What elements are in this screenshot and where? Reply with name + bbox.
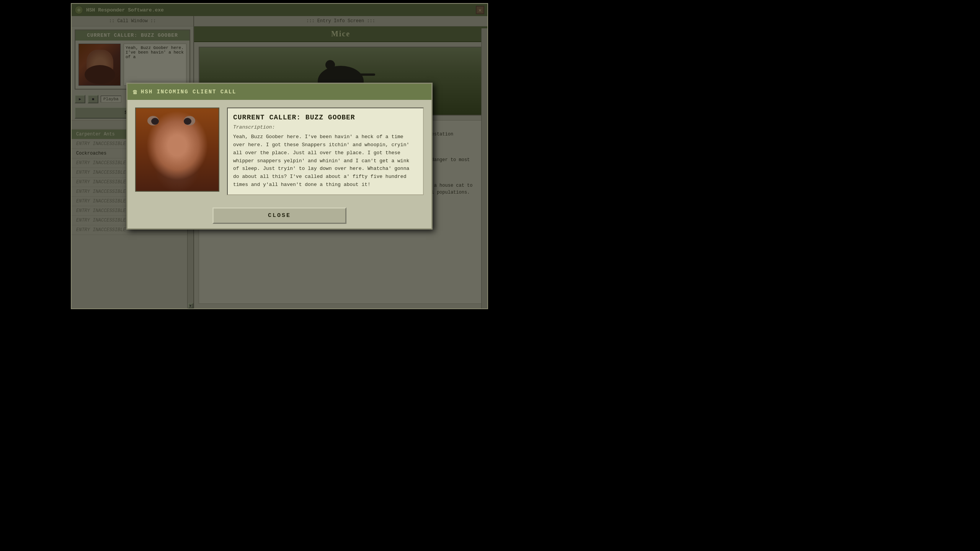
phone-icon: ☎ (133, 88, 137, 96)
app-window: ⊕ HSH Responder Software.exe ✕ :: Call W… (71, 3, 488, 309)
modal-photo-render (136, 108, 219, 191)
modal-footer: CLOSE (127, 203, 431, 228)
modal-text-area: CURRENT CALLER: BUZZ GOOBER Transcriptio… (227, 108, 424, 195)
modal-transcription-text: Yeah, Buzz Goober here. I've been havin'… (233, 133, 418, 189)
modal-title-bar: ☎ HSH INCOMING CLIENT CALL (127, 84, 431, 100)
modal-body: CURRENT CALLER: BUZZ GOOBER Transcriptio… (127, 100, 431, 203)
modal-caller-name: CURRENT CALLER: BUZZ GOOBER (233, 114, 418, 121)
modal-window: ☎ HSH INCOMING CLIENT CALL CURRENT CALLE… (126, 83, 433, 230)
modal-overlay: ☎ HSH INCOMING CLIENT CALL CURRENT CALLE… (72, 4, 487, 308)
modal-title: HSH INCOMING CLIENT CALL (141, 89, 237, 95)
modal-close-button[interactable]: CLOSE (212, 207, 346, 224)
modal-transcription-label: Transcription: (233, 124, 418, 130)
modal-caller-photo (135, 108, 219, 192)
